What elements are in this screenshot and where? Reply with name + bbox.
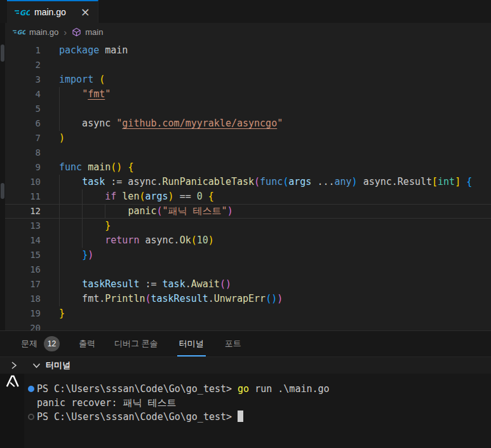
terminal-section-title[interactable]: 터미널	[46, 360, 71, 371]
editor[interactable]: 1package main23import (4 "fmt"56 async "…	[0, 41, 491, 330]
token: package	[59, 44, 99, 56]
code-text: return async.Ok(10)	[41, 233, 491, 248]
line-number: 19	[0, 306, 41, 321]
tab-title: main.go	[34, 7, 66, 17]
code-text: async "github.com/myyrakle/asyncgo"	[41, 116, 491, 131]
prompt-decoration-icon[interactable]	[28, 414, 34, 420]
token: task	[163, 278, 185, 290]
token: fmt	[88, 88, 105, 100]
token	[203, 191, 208, 202]
left-scrollbar-strip[interactable]	[0, 23, 5, 330]
close-icon[interactable]: ×	[81, 6, 90, 18]
token	[59, 205, 128, 217]
code-line[interactable]: 2	[0, 58, 491, 72]
scrollbar-thumb[interactable]	[1, 44, 4, 62]
line-number: 11	[0, 189, 41, 204]
code-line[interactable]: 15 })	[0, 248, 491, 262]
token: github.com/myyrakle/asyncgo	[122, 118, 277, 129]
token: {	[208, 191, 214, 202]
indent-guide	[59, 292, 60, 306]
indent-guide	[105, 204, 105, 219]
token: ()	[266, 293, 277, 304]
token: (	[145, 293, 151, 304]
line-number: 18	[0, 292, 41, 306]
token: (	[191, 234, 197, 246]
code-line[interactable]: 7)	[0, 131, 491, 146]
code-line[interactable]: 5	[0, 102, 491, 116]
line-number: 10	[0, 175, 41, 189]
code-text: func main() {	[41, 160, 491, 175]
chevron-right-icon[interactable]	[11, 361, 17, 370]
breadcrumb-file[interactable]: main.go	[29, 27, 58, 37]
code-line[interactable]: 19}	[0, 306, 491, 321]
code-line[interactable]: 9func main() {	[0, 160, 491, 175]
token: any	[335, 176, 352, 187]
code-line[interactable]: 14 return async.Ok(10)	[0, 233, 491, 248]
code-text: package main	[41, 43, 491, 58]
panel-tab-label: 포트	[225, 338, 241, 350]
terminal-text: run .\main.go	[249, 383, 329, 395]
token: panic	[128, 205, 156, 217]
token: Await	[191, 278, 220, 290]
indent-guide	[82, 233, 83, 248]
token: ==	[174, 191, 197, 202]
token: .	[208, 293, 214, 304]
token: }	[59, 308, 65, 319]
line-number: 1	[0, 43, 41, 58]
token: return	[105, 234, 139, 246]
code-line[interactable]: 10 task := async.RunPanicableTask(func(a…	[0, 175, 491, 189]
panel-tab-포트[interactable]: 포트	[225, 331, 241, 356]
line-number: 6	[0, 116, 41, 131]
code-line[interactable]: 6 async "github.com/myyrakle/asyncgo"	[0, 116, 491, 131]
token: async	[59, 118, 116, 129]
panel-tab-터미널[interactable]: 터미널	[177, 331, 206, 356]
indent-guide	[59, 219, 60, 233]
line-number: 8	[0, 146, 41, 160]
token	[116, 191, 122, 202]
breadcrumb-symbol[interactable]: main	[85, 27, 103, 37]
token: "	[116, 118, 122, 129]
chevron-down-icon[interactable]	[32, 363, 41, 369]
scrollbar-thumb[interactable]	[1, 183, 4, 199]
code-line[interactable]: 4 "fmt"	[0, 87, 491, 102]
code-line[interactable]: 1package main	[0, 43, 491, 58]
token	[82, 161, 88, 173]
token: )	[168, 191, 174, 202]
line-number: 15	[0, 248, 41, 262]
token	[59, 278, 82, 290]
token: }	[82, 249, 88, 261]
code-line[interactable]: 8	[0, 146, 491, 160]
line-number: 3	[0, 72, 41, 87]
vscode-window: GO main.go × GO main.go › main 1package …	[0, 0, 491, 448]
token: "패닉 테스트"	[163, 205, 227, 217]
terminal-lines: PS C:\Users\sssan\Code\Go\go_test> go ru…	[0, 374, 491, 424]
token: async.Result	[358, 176, 432, 187]
code-line[interactable]: 18 fmt.Println(taskResult.UnwrapErr())	[0, 292, 491, 306]
token: :=	[139, 278, 162, 290]
panel-tab-출력[interactable]: 출력	[79, 331, 95, 356]
indent-guide	[59, 87, 60, 102]
line-number: 4	[0, 87, 41, 102]
token: async.	[139, 234, 179, 246]
problems-count-badge: 12	[44, 336, 60, 351]
code-line[interactable]: 12 panic("패닉 테스트")	[0, 204, 491, 219]
token: ...	[311, 176, 334, 187]
token: {	[466, 176, 472, 187]
code-line[interactable]: 20	[0, 321, 491, 330]
panel-tab-문제[interactable]: 문제12	[21, 331, 60, 356]
command-decoration-icon[interactable]	[28, 386, 34, 392]
panel-tab-디버그 콘솔[interactable]: 디버그 콘솔	[114, 331, 158, 356]
terminal[interactable]: PS C:\Users\sssan\Code\Go\go_test> go ru…	[0, 374, 491, 448]
tab-main-go[interactable]: GO main.go ×	[7, 0, 98, 23]
code-line[interactable]: 3import (	[0, 72, 491, 87]
code-line[interactable]: 11 if len(args) == 0 {	[0, 189, 491, 204]
code-line[interactable]: 17 taskResult := task.Await()	[0, 277, 491, 292]
code-text: )	[41, 131, 491, 146]
token: taskResult	[151, 293, 208, 304]
terminal-section-header: 터미널	[0, 356, 491, 374]
token: args	[288, 176, 311, 187]
code-text	[41, 58, 491, 72]
token: len	[122, 191, 139, 202]
code-line[interactable]: 16	[0, 262, 491, 277]
code-line[interactable]: 13 }	[0, 219, 491, 233]
